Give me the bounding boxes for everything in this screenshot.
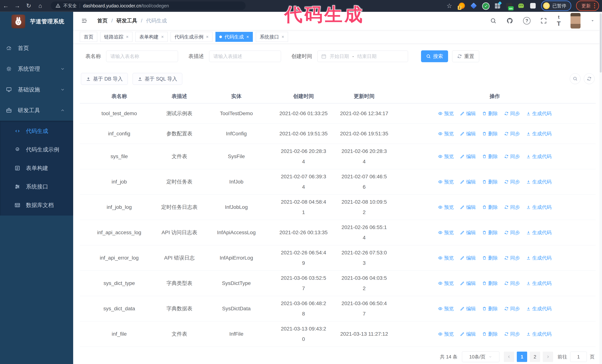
generate-code-link[interactable]: 生成代码 <box>526 153 552 160</box>
preview-link[interactable]: 预览 <box>438 204 454 210</box>
github-icon[interactable] <box>506 17 513 24</box>
extension-on-icon[interactable]: on <box>506 2 513 9</box>
preview-link[interactable]: 预览 <box>438 153 454 160</box>
edit-link[interactable]: 编辑 <box>460 110 476 117</box>
user-avatar[interactable] <box>570 13 580 29</box>
import-sql-button[interactable]: 基于 SQL 导入 <box>133 73 182 85</box>
date-range-picker[interactable]: 开始日期 - 结束日期 <box>317 51 408 62</box>
edit-link[interactable]: 编辑 <box>460 131 476 137</box>
table-name-input[interactable] <box>106 51 178 62</box>
delete-link[interactable]: 删除 <box>482 331 498 337</box>
edit-link[interactable]: 编辑 <box>460 255 476 261</box>
delete-link[interactable]: 删除 <box>482 204 498 210</box>
sync-link[interactable]: 同步 <box>504 305 520 312</box>
toggle-search-button[interactable] <box>570 73 580 84</box>
page-scrollbar[interactable] <box>599 11 602 364</box>
font-size-icon[interactable]: tT <box>557 14 560 27</box>
sync-link[interactable]: 同步 <box>504 331 520 337</box>
close-icon[interactable]: × <box>206 35 209 39</box>
reset-button[interactable]: 重置 <box>452 50 479 62</box>
generate-code-link[interactable]: 生成代码 <box>526 229 552 236</box>
sidebar-item-system[interactable]: 系统管理 <box>0 59 73 79</box>
generate-code-link[interactable]: 生成代码 <box>526 331 552 337</box>
sidebar-subitem-codegen[interactable]: 代码生成 <box>0 122 73 140</box>
sync-link[interactable]: 同步 <box>504 131 520 137</box>
sync-link[interactable]: 同步 <box>504 110 520 117</box>
profile-paused-badge[interactable]: ☺ 已暂停 <box>541 0 571 11</box>
scrollbar-thumb[interactable] <box>600 13 602 73</box>
goto-page-input[interactable] <box>570 352 587 362</box>
search-button[interactable]: 搜索 <box>421 50 448 62</box>
delete-link[interactable]: 删除 <box>482 179 498 185</box>
close-icon[interactable]: × <box>281 35 284 39</box>
preview-link[interactable]: 预览 <box>438 280 454 287</box>
preview-link[interactable]: 预览 <box>438 331 454 337</box>
breadcrumb-home[interactable]: 首页 <box>97 17 108 24</box>
sidebar-subitem-system-api[interactable]: 系统接口 <box>0 177 73 196</box>
extension-check-icon[interactable]: ✓ <box>482 2 489 9</box>
edit-link[interactable]: 编辑 <box>460 179 476 185</box>
help-icon[interactable]: ? <box>523 17 530 24</box>
preview-link[interactable]: 预览 <box>438 179 454 185</box>
preview-link[interactable]: 预览 <box>438 255 454 261</box>
edit-link[interactable]: 编辑 <box>460 229 476 236</box>
reload-icon[interactable]: ↻ <box>23 2 34 9</box>
sidebar-item-devtools[interactable]: 研发工具 <box>0 100 73 121</box>
table-desc-input[interactable] <box>209 51 281 62</box>
extension-puzzle-icon[interactable] <box>530 2 536 9</box>
tag-codegen[interactable]: 代码生成× <box>215 32 253 42</box>
tag-home[interactable]: 首页 <box>80 32 97 42</box>
close-icon[interactable]: × <box>126 35 129 39</box>
browser-menu-kebab-icon[interactable] <box>594 3 595 8</box>
delete-link[interactable]: 删除 <box>482 110 498 117</box>
extension-gem-icon[interactable] <box>470 2 477 9</box>
edit-link[interactable]: 编辑 <box>460 153 476 160</box>
import-db-button[interactable]: 基于 DB 导入 <box>81 73 128 85</box>
sidebar-subitem-codegen-example[interactable]: 代码生成示例 <box>0 140 73 159</box>
security-warning-label[interactable]: 不安全 <box>63 3 77 9</box>
generate-code-link[interactable]: 生成代码 <box>526 131 552 137</box>
refresh-button[interactable] <box>584 73 595 84</box>
sidebar-subitem-form-builder[interactable]: 表单构建 <box>0 159 73 177</box>
extension-grid-icon[interactable] <box>494 2 501 9</box>
address-bar[interactable]: 不安全 dashboard.yudao.iocoder.cn/tool/code… <box>51 1 246 10</box>
generate-code-link[interactable]: 生成代码 <box>526 280 552 287</box>
forward-icon[interactable]: → <box>11 2 23 9</box>
sidebar-item-home[interactable]: 首页 <box>0 38 73 59</box>
page-size-select[interactable]: 10条/页 <box>462 351 499 362</box>
delete-link[interactable]: 删除 <box>482 153 498 160</box>
sync-link[interactable]: 同步 <box>504 204 520 210</box>
close-icon[interactable]: × <box>161 35 164 39</box>
sync-link[interactable]: 同步 <box>504 255 520 261</box>
page-number-button[interactable]: 2 <box>530 352 540 362</box>
browser-update-button[interactable]: 更新 <box>576 0 599 11</box>
logo-row[interactable]: 芋道管理系统 <box>0 11 73 31</box>
home-icon[interactable]: ⌂ <box>34 2 46 9</box>
edit-link[interactable]: 编辑 <box>460 305 476 312</box>
tag-tracing[interactable]: 链路追踪× <box>100 32 132 42</box>
tag-codegen-example[interactable]: 代码生成示例× <box>171 32 213 42</box>
sync-link[interactable]: 同步 <box>504 280 520 287</box>
sidebar-item-infra[interactable]: 基础设施 <box>0 79 73 100</box>
edit-link[interactable]: 编辑 <box>460 280 476 287</box>
tag-system-api[interactable]: 系统接口× <box>256 32 288 42</box>
delete-link[interactable]: 删除 <box>482 255 498 261</box>
page-number-button[interactable]: 1 <box>517 352 527 362</box>
generate-code-link[interactable]: 生成代码 <box>526 204 552 210</box>
tag-form-builder[interactable]: 表单构建× <box>135 32 168 42</box>
delete-link[interactable]: 删除 <box>482 305 498 312</box>
search-icon[interactable] <box>490 18 496 24</box>
next-page-button[interactable] <box>543 352 553 362</box>
sidebar-subitem-db-doc[interactable]: 数据库文档 <box>0 196 73 214</box>
preview-link[interactable]: 预览 <box>438 110 454 117</box>
preview-link[interactable]: 预览 <box>438 131 454 137</box>
close-icon[interactable]: × <box>246 35 249 39</box>
prev-page-button[interactable] <box>504 352 514 362</box>
fullscreen-icon[interactable] <box>540 18 547 24</box>
url-text[interactable]: dashboard.yudao.iocoder.cn/tool/codegen <box>83 3 169 9</box>
delete-link[interactable]: 删除 <box>482 131 498 137</box>
bookmark-star-icon[interactable]: ☆ <box>447 2 452 10</box>
sidebar-collapse-icon[interactable] <box>81 18 88 24</box>
generate-code-link[interactable]: 生成代码 <box>526 255 552 261</box>
extension-droid-icon[interactable] <box>518 2 524 9</box>
